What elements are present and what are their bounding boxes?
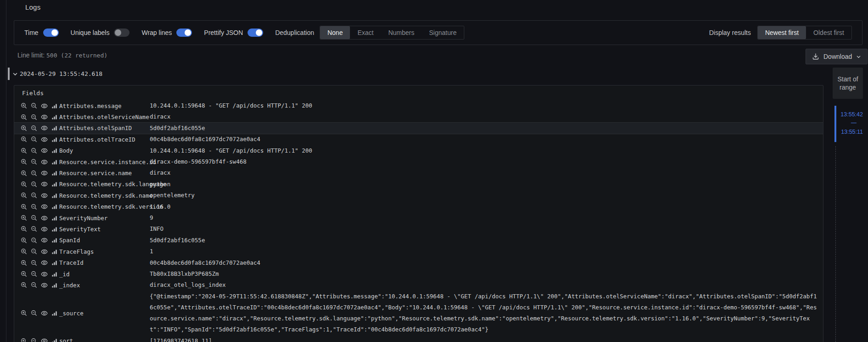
time-range-bar[interactable] bbox=[834, 106, 836, 142]
collapse-chevron-icon[interactable] bbox=[11, 70, 19, 78]
filter-out-value-icon[interactable] bbox=[29, 336, 39, 342]
stats-bars-icon[interactable] bbox=[49, 213, 59, 222]
filter-for-value-icon[interactable] bbox=[19, 269, 29, 279]
eye-icon[interactable] bbox=[39, 336, 49, 342]
eye-icon[interactable] bbox=[39, 258, 49, 268]
filter-out-value-icon[interactable] bbox=[29, 135, 39, 144]
stats-bars-icon[interactable] bbox=[49, 124, 59, 133]
field-value: 10.244.0.1:59648 - "GET /api/docs HTTP/1… bbox=[150, 100, 819, 111]
stats-bars-icon[interactable] bbox=[49, 180, 59, 189]
filter-for-value-icon[interactable] bbox=[19, 113, 29, 122]
toggle-switch-unique-labels[interactable] bbox=[114, 28, 130, 37]
eye-icon[interactable] bbox=[39, 224, 49, 234]
filter-for-value-icon[interactable] bbox=[19, 224, 29, 234]
chevron-down-icon bbox=[856, 54, 861, 59]
stats-bars-icon[interactable] bbox=[49, 269, 59, 279]
dedup-option-numbers[interactable]: Numbers bbox=[381, 26, 422, 39]
eye-icon[interactable] bbox=[39, 213, 49, 222]
filter-for-value-icon[interactable] bbox=[19, 157, 29, 166]
eye-icon[interactable] bbox=[39, 308, 49, 318]
stats-bars-icon[interactable] bbox=[49, 113, 59, 122]
filter-for-value-icon[interactable] bbox=[19, 247, 29, 256]
eye-icon[interactable] bbox=[39, 135, 49, 144]
stats-bars-icon[interactable] bbox=[49, 146, 59, 155]
filter-out-value-icon[interactable] bbox=[29, 101, 39, 110]
line-limit-value: 500 (22 returned) bbox=[46, 52, 107, 59]
filter-out-value-icon[interactable] bbox=[29, 280, 39, 290]
display-option-newest-first[interactable]: Newest first bbox=[758, 26, 806, 39]
filter-out-value-icon[interactable] bbox=[29, 157, 39, 166]
filter-out-value-icon[interactable] bbox=[29, 308, 39, 318]
filter-for-value-icon[interactable] bbox=[19, 135, 29, 144]
filter-for-value-icon[interactable] bbox=[19, 101, 29, 110]
filter-out-value-icon[interactable] bbox=[29, 236, 39, 245]
toggle-switch-prettify-json[interactable] bbox=[248, 28, 263, 37]
eye-icon[interactable] bbox=[39, 236, 49, 245]
eye-icon[interactable] bbox=[39, 124, 49, 133]
filter-for-value-icon[interactable] bbox=[19, 202, 29, 211]
dedup-option-exact[interactable]: Exact bbox=[350, 26, 381, 39]
stats-bars-icon[interactable] bbox=[49, 169, 59, 178]
stats-bars-icon[interactable] bbox=[49, 336, 59, 342]
toggle-switch-time[interactable] bbox=[43, 28, 59, 37]
stats-bars-icon[interactable] bbox=[49, 308, 59, 318]
dedup-option-none[interactable]: None bbox=[320, 26, 350, 39]
stats-bars-icon[interactable] bbox=[49, 236, 59, 245]
filter-for-value-icon[interactable] bbox=[19, 146, 29, 155]
filter-out-value-icon[interactable] bbox=[29, 202, 39, 211]
filter-for-value-icon[interactable] bbox=[19, 258, 29, 268]
eye-icon[interactable] bbox=[39, 247, 49, 256]
filter-out-value-icon[interactable] bbox=[29, 113, 39, 122]
stats-bars-icon[interactable] bbox=[49, 135, 59, 144]
line-limit-status: Line limit: 500 (22 returned) bbox=[17, 51, 107, 59]
field-name: Attributes.message bbox=[59, 103, 150, 109]
stats-bars-icon[interactable] bbox=[49, 224, 59, 234]
filter-out-value-icon[interactable] bbox=[29, 191, 39, 200]
filter-for-value-icon[interactable] bbox=[19, 308, 29, 318]
filter-out-value-icon[interactable] bbox=[29, 124, 39, 133]
filter-out-value-icon[interactable] bbox=[29, 224, 39, 234]
eye-icon[interactable] bbox=[39, 180, 49, 189]
eye-icon[interactable] bbox=[39, 113, 49, 122]
eye-icon[interactable] bbox=[39, 191, 49, 200]
filter-for-value-icon[interactable] bbox=[19, 236, 29, 245]
download-button[interactable]: Download bbox=[806, 49, 868, 64]
deduplication-label: Deduplication bbox=[275, 29, 314, 36]
eye-icon[interactable] bbox=[39, 169, 49, 178]
log-row-header[interactable]: 2024-05-29 13:55:42.618 bbox=[8, 67, 102, 80]
toggle-group-time: Time bbox=[24, 28, 59, 37]
filter-out-value-icon[interactable] bbox=[29, 213, 39, 222]
stats-bars-icon[interactable] bbox=[49, 157, 59, 166]
filter-for-value-icon[interactable] bbox=[19, 213, 29, 222]
filter-out-value-icon[interactable] bbox=[29, 169, 39, 178]
field-row: SpanId 5d0df2abf16c055e bbox=[14, 235, 823, 246]
stats-bars-icon[interactable] bbox=[49, 247, 59, 256]
eye-icon[interactable] bbox=[39, 146, 49, 155]
filter-out-value-icon[interactable] bbox=[29, 247, 39, 256]
eye-icon[interactable] bbox=[39, 101, 49, 110]
filter-out-value-icon[interactable] bbox=[29, 269, 39, 279]
filter-for-value-icon[interactable] bbox=[19, 180, 29, 189]
eye-icon[interactable] bbox=[39, 157, 49, 166]
filter-for-value-icon[interactable] bbox=[19, 124, 29, 133]
display-option-oldest-first[interactable]: Oldest first bbox=[806, 26, 851, 39]
stats-bars-icon[interactable] bbox=[49, 191, 59, 200]
eye-icon[interactable] bbox=[39, 269, 49, 279]
toggle-label: Unique labels bbox=[71, 29, 110, 36]
stats-bars-icon[interactable] bbox=[49, 202, 59, 211]
filter-for-value-icon[interactable] bbox=[19, 336, 29, 342]
filter-for-value-icon[interactable] bbox=[19, 280, 29, 290]
stats-bars-icon[interactable] bbox=[49, 280, 59, 290]
eye-icon[interactable] bbox=[39, 280, 49, 290]
filter-out-value-icon[interactable] bbox=[29, 180, 39, 189]
toggle-knob bbox=[185, 29, 191, 36]
dedup-option-signature[interactable]: Signature bbox=[422, 26, 464, 39]
toggle-switch-wrap-lines[interactable] bbox=[176, 28, 192, 37]
filter-out-value-icon[interactable] bbox=[29, 146, 39, 155]
filter-for-value-icon[interactable] bbox=[19, 191, 29, 200]
stats-bars-icon[interactable] bbox=[49, 258, 59, 268]
eye-icon[interactable] bbox=[39, 202, 49, 211]
stats-bars-icon[interactable] bbox=[49, 101, 59, 110]
filter-for-value-icon[interactable] bbox=[19, 169, 29, 178]
filter-out-value-icon[interactable] bbox=[29, 258, 39, 268]
